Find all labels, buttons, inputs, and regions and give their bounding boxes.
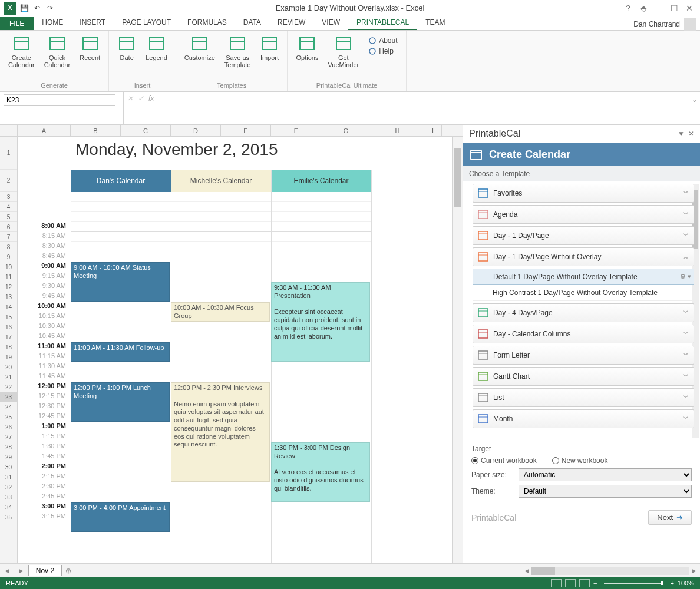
save-icon[interactable]: 💾 [19, 3, 29, 14]
gear-icon[interactable]: ⚙ ▾ [680, 273, 691, 280]
row-header-23[interactable]: 23 [0, 392, 17, 402]
tab-nav-next-icon[interactable]: ► [14, 567, 28, 575]
ribbon-btn-quick[interactable]: Quick Calendar [41, 33, 74, 70]
paper-size-select[interactable]: Automatic [519, 468, 692, 481]
calendar-event[interactable]: 12:00 PM - 2:30 PM Interviews Nemo enim … [171, 382, 270, 482]
enter-icon[interactable]: ✓ [138, 94, 144, 102]
theme-select[interactable]: Default [519, 485, 692, 498]
row-header-18[interactable]: 18 [0, 342, 17, 352]
add-sheet-icon[interactable]: ⊕ [62, 567, 75, 575]
expand-formula-icon[interactable]: ⌄ [689, 92, 700, 124]
horizontal-scrollbar[interactable] [531, 567, 689, 575]
col-header-C[interactable]: C [121, 125, 171, 136]
calendar-event[interactable]: 9:30 AM - 11:30 AM Presentation Excepteu… [271, 282, 370, 362]
help-icon[interactable]: ? [621, 4, 635, 13]
vertical-scrollbar[interactable] [452, 137, 463, 563]
template-agenda[interactable]: Agenda︾ [473, 205, 694, 224]
menu-review[interactable]: REVIEW [269, 16, 313, 30]
zoom-out-icon[interactable]: − [593, 580, 597, 587]
radio-current-workbook[interactable]: Current workbook [471, 456, 537, 465]
ribbon-btn-save-as[interactable]: Save as Template [221, 33, 255, 70]
menu-team[interactable]: TEAM [417, 16, 453, 30]
row-header-20[interactable]: 20 [0, 362, 17, 372]
row-header-7[interactable]: 7 [0, 232, 17, 242]
row-header-13[interactable]: 13 [0, 292, 17, 302]
file-tab[interactable]: FILE [0, 17, 34, 30]
name-box-input[interactable] [4, 94, 115, 106]
view-page-layout-icon[interactable] [565, 579, 576, 587]
template-child[interactable]: Default 1 Day/Page Without Overlay Templ… [473, 269, 694, 285]
col-header-H[interactable]: H [371, 125, 424, 136]
formula-area[interactable]: ✕ ✓ fx [124, 92, 689, 124]
row-header-6[interactable]: 6 [0, 222, 17, 232]
pane-menu-icon[interactable]: ▼ [678, 130, 685, 138]
row-header-5[interactable]: 5 [0, 212, 17, 222]
col-header-D[interactable]: D [171, 125, 221, 136]
menu-view[interactable]: VIEW [313, 16, 348, 30]
pane-close-icon[interactable]: ✕ [688, 130, 694, 138]
row-header-21[interactable]: 21 [0, 372, 17, 382]
col-header-F[interactable]: F [271, 125, 321, 136]
row-header-22[interactable]: 22 [0, 382, 17, 392]
template-form-letter[interactable]: Form Letter︾ [473, 346, 694, 365]
row-header-34[interactable]: 34 [0, 502, 17, 512]
template-favorites[interactable]: Favorites︾ [473, 184, 694, 203]
view-page-break-icon[interactable] [579, 579, 590, 587]
row-header-4[interactable]: 4 [0, 202, 17, 212]
row-header-33[interactable]: 33 [0, 492, 17, 502]
col-header-G[interactable]: G [321, 125, 371, 136]
row-header-17[interactable]: 17 [0, 332, 17, 342]
template-day-1-day-page-without-overlay[interactable]: Day - 1 Day/Page Without Overlay︽ [473, 247, 694, 266]
grid[interactable]: Monday, November 2, 2015Dan's CalendarMi… [71, 137, 452, 563]
row-header-15[interactable]: 15 [0, 312, 17, 322]
row-header-2[interactable]: 2 [0, 170, 17, 192]
zoom-slider[interactable] [604, 583, 663, 584]
template-day-4-days-page[interactable]: Day - 4 Days/Page︾ [473, 303, 694, 322]
row-header-30[interactable]: 30 [0, 462, 17, 472]
view-normal-icon[interactable] [551, 579, 562, 587]
menu-printablecal[interactable]: PRINTABLECAL [348, 16, 417, 30]
menu-home[interactable]: HOME [34, 16, 71, 30]
ribbon-btn-date[interactable]: Date [114, 33, 140, 62]
fx-icon[interactable]: fx [148, 94, 154, 102]
ribbon-btn-recent[interactable]: Recent [76, 33, 104, 70]
row-header-24[interactable]: 24 [0, 402, 17, 412]
row-header-31[interactable]: 31 [0, 472, 17, 482]
template-day-1-day-page[interactable]: Day - 1 Day/Page︾ [473, 226, 694, 245]
row-header-10[interactable]: 10 [0, 262, 17, 272]
menu-data[interactable]: DATA [235, 16, 269, 30]
tab-nav-prev-icon[interactable]: ◄ [0, 567, 14, 575]
row-header-27[interactable]: 27 [0, 432, 17, 442]
col-header-B[interactable]: B [71, 125, 121, 136]
row-header-11[interactable]: 11 [0, 272, 17, 282]
row-header-14[interactable]: 14 [0, 302, 17, 312]
col-header-E[interactable]: E [221, 125, 271, 136]
redo-icon[interactable]: ↷ [45, 3, 55, 14]
menu-insert[interactable]: INSERT [71, 16, 114, 30]
ribbon-btn-get[interactable]: Get VueMinder [324, 33, 362, 70]
template-month[interactable]: Month︾ [473, 409, 694, 428]
row-header-26[interactable]: 26 [0, 422, 17, 432]
user-area[interactable]: Dan Chartrand [633, 18, 696, 31]
menu-page-layout[interactable]: PAGE LAYOUT [114, 16, 179, 30]
col-header-I[interactable]: I [424, 125, 442, 136]
select-all-corner[interactable] [0, 125, 18, 136]
template-day-calendar-columns[interactable]: Day - Calendar Columns︾ [473, 325, 694, 343]
maximize-icon[interactable]: ☐ [667, 4, 681, 13]
row-header-32[interactable]: 32 [0, 482, 17, 492]
row-header-19[interactable]: 19 [0, 352, 17, 362]
radio-new-workbook[interactable]: New workbook [552, 456, 608, 465]
cancel-icon[interactable]: ✕ [127, 94, 133, 102]
ribbon-btn-import[interactable]: Import [256, 33, 282, 70]
minimize-icon[interactable]: — [652, 4, 666, 13]
menu-formulas[interactable]: FORMULAS [179, 16, 235, 30]
row-header-9[interactable]: 9 [0, 252, 17, 262]
row-header-1[interactable]: 1 [0, 137, 17, 170]
row-header-16[interactable]: 16 [0, 322, 17, 332]
row-header-8[interactable]: 8 [0, 242, 17, 252]
calendar-event[interactable]: 9:00 AM - 10:00 AM Status Meeting [71, 262, 170, 302]
row-header-28[interactable]: 28 [0, 442, 17, 452]
name-box[interactable] [0, 92, 124, 124]
ribbon-btn-options[interactable]: Options [292, 33, 322, 70]
close-icon[interactable]: ✕ [682, 4, 696, 13]
